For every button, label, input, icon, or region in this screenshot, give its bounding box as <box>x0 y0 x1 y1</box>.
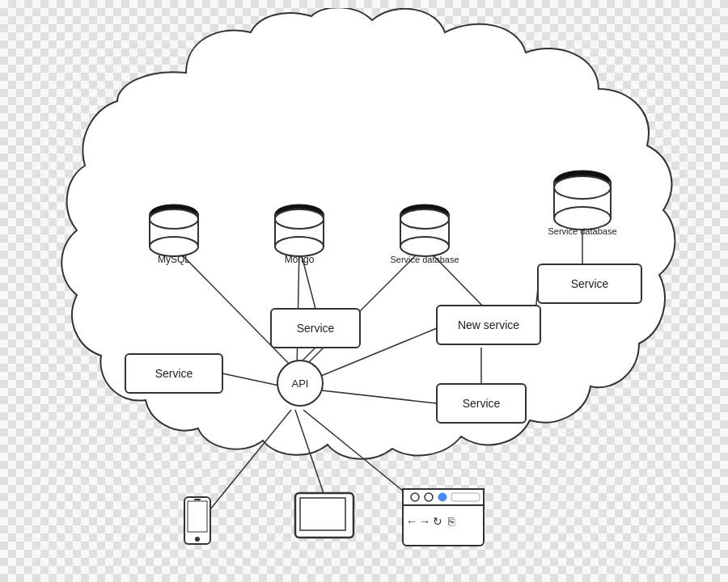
browser-device: ← → ↻ ⎘ <box>403 489 484 546</box>
line-api-new-service <box>321 328 437 376</box>
line-api-mysql <box>174 247 297 372</box>
svg-rect-3 <box>194 499 201 500</box>
svg-point-19 <box>150 237 198 256</box>
line-svc-right-new <box>534 288 538 328</box>
architecture-svg: ← → ↻ ⎘ MySQL Mongo Service database <box>24 8 704 574</box>
svg-rect-5 <box>300 498 345 530</box>
svg-point-27 <box>400 205 449 224</box>
svg-point-30 <box>400 209 449 229</box>
svg-rect-4 <box>295 493 353 538</box>
svg-text:MySQL: MySQL <box>158 254 190 265</box>
svg-point-35 <box>554 176 611 199</box>
service-box-right[interactable] <box>538 264 641 303</box>
svg-rect-23 <box>275 214 324 247</box>
svg-rect-7 <box>403 489 484 546</box>
svg-point-25 <box>275 209 324 229</box>
cloud-shape <box>61 8 675 459</box>
svg-text:⎘: ⎘ <box>448 515 455 528</box>
svg-point-22 <box>275 205 324 224</box>
svg-rect-0 <box>184 497 210 544</box>
svg-point-9 <box>411 493 419 501</box>
svg-rect-18 <box>150 214 198 247</box>
tablet-device <box>295 493 353 538</box>
line-api-svc-bottom <box>300 388 437 403</box>
svg-text:Service: Service <box>297 322 335 335</box>
svg-rect-12 <box>451 493 480 501</box>
line-api-svc-left <box>222 373 279 386</box>
svg-text:←: ← <box>406 515 417 528</box>
svg-text:Mongo: Mongo <box>285 254 315 265</box>
line-svc-middle-mongo <box>299 247 315 309</box>
service-box-left[interactable] <box>125 354 222 393</box>
line-api-servicedb <box>300 247 425 371</box>
svg-text:→: → <box>419 515 430 528</box>
api-node[interactable] <box>277 361 323 406</box>
svg-text:Service: Service <box>155 367 193 380</box>
line-api-phone <box>210 410 291 509</box>
svg-rect-8 <box>403 489 484 505</box>
svg-point-11 <box>438 493 447 501</box>
diagram-container: ← → ↻ ⎘ MySQL Mongo Service database <box>24 8 704 574</box>
svg-text:Service: Service <box>463 397 501 410</box>
svg-text:API: API <box>292 377 309 390</box>
service-box-middle[interactable] <box>271 309 360 348</box>
line-api-browser <box>303 410 421 505</box>
line-api-tablet <box>295 410 328 505</box>
svg-point-29 <box>400 237 449 256</box>
svg-point-24 <box>275 237 324 256</box>
line-api-mongo <box>297 247 299 372</box>
svg-text:Service database: Service database <box>548 226 617 236</box>
svg-point-10 <box>425 493 433 501</box>
svg-point-17 <box>150 205 198 224</box>
service-box-bottom[interactable] <box>437 384 526 423</box>
svg-point-34 <box>554 207 611 230</box>
svg-text:↻: ↻ <box>433 515 442 528</box>
phone-device <box>184 497 210 544</box>
svg-text:New service: New service <box>458 318 519 331</box>
svg-rect-28 <box>400 214 449 247</box>
line-api-svc-middle <box>295 348 315 368</box>
svg-text:Service: Service <box>571 277 609 290</box>
svg-point-20 <box>150 209 198 229</box>
svg-rect-33 <box>554 182 611 218</box>
svg-point-32 <box>554 171 611 193</box>
service-box-new[interactable] <box>437 306 540 344</box>
line-new-svc-db <box>425 247 485 309</box>
svg-rect-1 <box>188 501 207 532</box>
svg-text:Service database: Service database <box>391 255 459 264</box>
svg-point-2 <box>195 537 200 542</box>
